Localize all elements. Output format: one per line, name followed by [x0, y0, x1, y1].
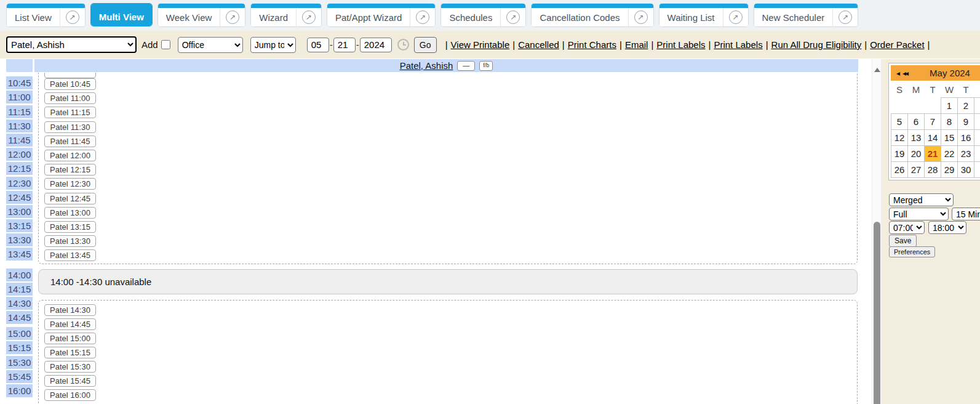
appointment-slot-patel-15-00[interactable]: Patel 15:00 — [44, 333, 96, 344]
calendar-day-2[interactable]: 2 — [958, 97, 974, 113]
add-checkbox[interactable] — [161, 40, 170, 49]
calendar-day-15[interactable]: 15 — [941, 129, 958, 145]
open-in-new-window-icon[interactable]: ↗ — [628, 8, 653, 26]
open-in-new-window-icon[interactable]: ↗ — [410, 8, 435, 26]
calendar-day-blank[interactable] — [974, 97, 980, 113]
link-print-labels[interactable]: Print Labels — [656, 39, 705, 50]
tab-new-scheduler[interactable]: New Scheduler↗ — [754, 3, 859, 27]
jump-to-select[interactable]: Jump to — [250, 37, 296, 53]
calendar-day-1[interactable]: 1 — [941, 97, 958, 113]
open-in-new-window-icon[interactable]: ↗ — [220, 8, 245, 26]
save-button[interactable]: Save — [889, 235, 917, 247]
calendar-day-29[interactable]: 29 — [941, 161, 958, 177]
calendar-day-19[interactable]: 19 — [891, 145, 908, 161]
calendar-day-22[interactable]: 22 — [941, 145, 958, 161]
clock-icon[interactable] — [397, 39, 409, 50]
calendar-day-selected[interactable]: 21 — [925, 145, 941, 161]
calendar-day-6[interactable]: 6 — [908, 113, 925, 129]
link-print-labels[interactable]: Print Labels — [714, 39, 762, 50]
calendar-day-12[interactable]: 12 — [891, 129, 908, 145]
calendar-day-14[interactable]: 14 — [925, 129, 941, 145]
calendar-day-30[interactable]: 30 — [958, 161, 974, 177]
tab-multi-view[interactable]: Multi View — [90, 3, 153, 26]
calendar-day-blank[interactable] — [974, 113, 980, 129]
appointment-slot-patel-16-00[interactable]: Patel 16:00 — [44, 389, 96, 401]
link-cancelled[interactable]: Cancelled — [518, 39, 559, 50]
date-day-input[interactable] — [333, 38, 356, 52]
appointment-slot-patel-14-45[interactable]: Patel 14:45 — [44, 318, 96, 330]
interval-select[interactable]: 15 Min — [952, 208, 980, 220]
tab-waiting-list[interactable]: Waiting List↗ — [659, 3, 749, 27]
calendar-prev-month-icon[interactable]: ◂ — [896, 69, 899, 78]
go-button[interactable]: Go — [414, 37, 437, 53]
tab-wizard[interactable]: Wizard↗ — [250, 3, 322, 27]
appointment-slot-patel-14-30[interactable]: Patel 14:30 — [44, 304, 96, 316]
calendar-day-blank[interactable] — [974, 161, 980, 177]
calendar-day-blank[interactable] — [974, 129, 980, 145]
schedule-header: Patel, Ashish — f/b — [34, 59, 858, 72]
calendar-day-8[interactable]: 8 — [941, 113, 958, 129]
appointment-slot-patel-11-30[interactable]: Patel 11:30 — [44, 121, 96, 133]
zoom-mode-select[interactable]: Full — [889, 208, 949, 220]
time-label-13-45: 13:45 — [6, 248, 33, 261]
scrollbar-up-arrow-icon[interactable] — [874, 68, 880, 72]
facility-select[interactable]: Office — [178, 37, 243, 53]
appointment-slot-patel-12-30[interactable]: Patel 12:30 — [44, 178, 96, 190]
calendar-day-26[interactable]: 26 — [891, 161, 908, 177]
fb-button[interactable]: f/b — [479, 61, 493, 71]
appointment-slot-partial[interactable] — [44, 73, 96, 78]
appointment-slot-patel-13-30[interactable]: Patel 13:30 — [44, 235, 96, 247]
appointment-slot-patel-15-30[interactable]: Patel 15:30 — [44, 361, 96, 373]
tab-cancellation-codes[interactable]: Cancellation Codes↗ — [531, 3, 653, 27]
appointment-slot-patel-13-15[interactable]: Patel 13:15 — [44, 221, 96, 233]
appointment-slot-patel-11-00[interactable]: Patel 11:00 — [44, 92, 96, 104]
preferences-button[interactable]: Preferences — [889, 246, 935, 257]
open-in-new-window-icon[interactable]: ↗ — [723, 8, 748, 26]
tab-list-view[interactable]: List View↗ — [6, 3, 86, 27]
calendar-day-9[interactable]: 9 — [958, 113, 974, 129]
start-time-select[interactable]: 07:00 — [889, 221, 925, 234]
calendar-prev-year-icon[interactable]: ◂◂ — [902, 69, 907, 78]
tab-week-view[interactable]: Week View↗ — [157, 3, 245, 27]
appointment-slot-patel-11-45[interactable]: Patel 11:45 — [44, 135, 96, 147]
calendar-day-28[interactable]: 28 — [925, 161, 941, 177]
link-view-printable[interactable]: View Printable — [451, 39, 510, 50]
open-in-new-window-icon[interactable]: ↗ — [832, 8, 858, 26]
link-email[interactable]: Email — [625, 39, 648, 50]
collapse-column-button[interactable]: — — [457, 61, 475, 71]
link-separator: | — [928, 39, 930, 50]
calendar-day-blank[interactable] — [974, 145, 980, 161]
appointment-slot-patel-13-45[interactable]: Patel 13:45 — [44, 249, 96, 261]
appointment-slot-patel-12-45[interactable]: Patel 12:45 — [44, 193, 96, 204]
link-run-all-drug-eligibility[interactable]: Run All Drug Eligibility — [771, 39, 862, 50]
calendar-day-5[interactable]: 5 — [891, 113, 908, 129]
appointment-slot-patel-15-45[interactable]: Patel 15:45 — [44, 375, 96, 387]
tab-pat-appt-wizard[interactable]: Pat/Appt Wizard↗ — [327, 3, 436, 27]
link-print-charts[interactable]: Print Charts — [568, 39, 616, 50]
link-order-packet[interactable]: Order Packet — [870, 39, 924, 50]
appointment-slot-patel-15-15[interactable]: Patel 15:15 — [44, 347, 96, 358]
calendar-day-16[interactable]: 16 — [958, 129, 974, 145]
tab-schedules[interactable]: Schedules↗ — [440, 3, 526, 27]
calendar-day-23[interactable]: 23 — [958, 145, 974, 161]
end-time-select[interactable]: 18:00 — [928, 221, 966, 234]
view-mode-select[interactable]: Merged — [889, 193, 954, 206]
open-in-new-window-icon[interactable]: ↗ — [296, 8, 321, 26]
schedule-scrollbar[interactable] — [872, 59, 882, 404]
scrollbar-thumb[interactable] — [874, 222, 880, 404]
date-month-input[interactable] — [307, 38, 329, 52]
appointment-slot-patel-13-00[interactable]: Patel 13:00 — [44, 207, 96, 219]
provider-select[interactable]: Patel, Ashish — [6, 36, 137, 53]
calendar-day-27[interactable]: 27 — [908, 161, 925, 177]
calendar-day-20[interactable]: 20 — [908, 145, 925, 161]
date-year-input[interactable] — [360, 38, 392, 52]
calendar-day-13[interactable]: 13 — [908, 129, 925, 145]
appointment-slot-patel-12-15[interactable]: Patel 12:15 — [44, 164, 96, 176]
appointment-slot-patel-12-00[interactable]: Patel 12:00 — [44, 150, 96, 161]
appointment-slot-patel-11-15[interactable]: Patel 11:15 — [44, 107, 96, 118]
open-in-new-window-icon[interactable]: ↗ — [60, 8, 85, 26]
open-in-new-window-icon[interactable]: ↗ — [500, 8, 525, 26]
calendar-day-7[interactable]: 7 — [925, 113, 941, 129]
appointment-slot-patel-10-45[interactable]: Patel 10:45 — [44, 78, 96, 90]
provider-header-link[interactable]: Patel, Ashish — [400, 60, 453, 71]
